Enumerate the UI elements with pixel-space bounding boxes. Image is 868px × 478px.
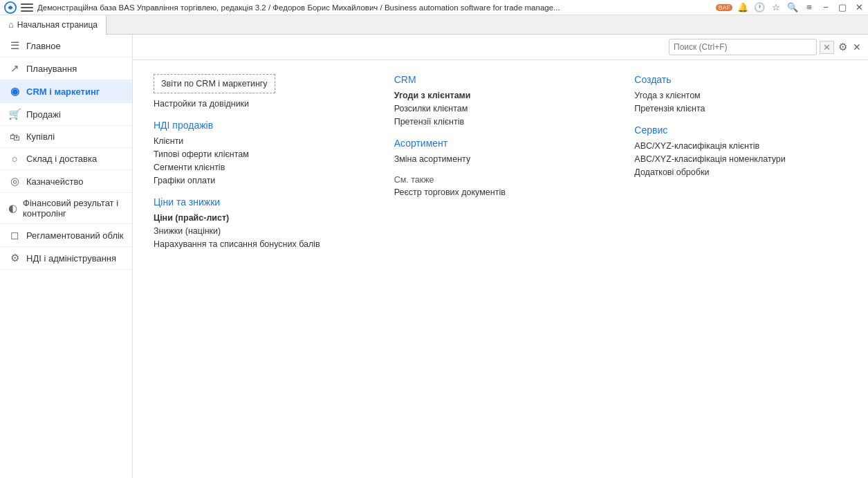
crm-title[interactable]: CRM [394, 74, 607, 85]
content-body: Звіти по CRM і маркетингу Настройки та д… [133, 60, 868, 478]
rozsylky-link[interactable]: Розсилки клієнтам [394, 104, 607, 113]
sidebar-label-finansovyi: Фінансовий результат і контролінг [23, 198, 125, 219]
sidebar-item-kupivli[interactable]: 🛍 Купівлі [0, 126, 132, 148]
sidebar-label-reglam: Регламентований облік [26, 230, 124, 241]
finance-icon: ◐ [8, 202, 17, 214]
grafiky-link[interactable]: Графіки оплати [154, 176, 367, 185]
main-layout: ☰ Главное ↗ Планування ◉ CRM і маркетинг… [0, 35, 868, 478]
content-col2: CRM Угоди з клієнтами Розсилки клієнтам … [394, 74, 607, 260]
search-close-button[interactable]: ✕ [820, 41, 834, 54]
tab-home-label: Начальная страница [17, 20, 98, 30]
sidebar-item-ndi[interactable]: ⚙ НДІ і адміністрування [0, 247, 132, 270]
ugody-link[interactable]: Угоди з клієнтами [394, 91, 607, 100]
content-area: ✕ ⚙ ✕ Звіти по CRM і маркетингу Настройк… [133, 35, 868, 478]
search-wrapper [669, 39, 817, 55]
star-icon[interactable]: ☆ [770, 1, 782, 14]
sidebar-label-glavnoe: Главное [26, 41, 61, 51]
sidebar-label-crm: CRM і маркетинг [26, 86, 100, 97]
typovi-ofertu-link[interactable]: Типові оферти клієнтам [154, 149, 367, 159]
section-stvoryt: Создать Угода з клієнтом Претензія клієн… [634, 74, 847, 113]
stvoryt-title[interactable]: Создать [634, 74, 847, 85]
treasury-icon: ◎ [8, 175, 21, 187]
sidebar-label-prodazhi: Продажі [26, 109, 61, 120]
settings-icon: ⚙ [8, 252, 21, 264]
reyestr-link[interactable]: Реєстр торгових документів [394, 187, 607, 197]
section-ndi-prodazhiv: НДІ продажів Клієнти Типові оферти клієн… [154, 120, 367, 185]
sidebar-item-sklad[interactable]: ○ Склад і доставка [0, 148, 132, 170]
app-title: Демонстраційна база BAS Управління торгі… [37, 3, 716, 12]
dodatkovi-link[interactable]: Додаткові обробки [634, 167, 847, 177]
regul-icon: ◻ [8, 229, 21, 241]
klienty-link[interactable]: Клієнти [154, 136, 367, 146]
zmina-link[interactable]: Зміна асортименту [394, 154, 607, 164]
ndi-prodazhiv-title[interactable]: НДІ продажів [154, 120, 367, 131]
section-zvity: Звіти по CRM і маркетингу Настройки та д… [154, 74, 367, 109]
segmenty-link[interactable]: Сегменти клієнтів [154, 163, 367, 172]
sidebar-label-kupivli: Купівлі [26, 131, 55, 142]
section-tsiny: Ціни та знижки Ціни (прайс-лист) Знижки … [154, 196, 367, 249]
close-window-icon[interactable]: ✕ [853, 1, 865, 14]
minimize-icon[interactable]: − [820, 1, 832, 14]
sidebar-item-reglam[interactable]: ◻ Регламентований облік [0, 224, 132, 247]
warehouse-icon: ○ [8, 153, 21, 165]
crm-icon: ◉ [8, 85, 21, 98]
content-col3: Создать Угода з клієнтом Претензія клієн… [634, 74, 847, 260]
asortyment-title[interactable]: Асортимент [394, 138, 607, 149]
sidebar-item-planuvannya[interactable]: ↗ Планування [0, 57, 132, 80]
sidebar-label-sklad: Склад і доставка [26, 154, 97, 164]
search-bar: ✕ ⚙ ✕ [133, 35, 868, 60]
user-badge[interactable]: BAF [716, 4, 732, 11]
shop-icon: 🛒 [8, 108, 21, 120]
content-col1: Звіти по CRM і маркетингу Настройки та д… [154, 74, 367, 260]
maximize-icon[interactable]: ▢ [836, 1, 849, 14]
tsiny-prays-link[interactable]: Ціни (прайс-лист) [154, 213, 367, 223]
menu-icon: ☰ [8, 39, 21, 52]
menu-top-icon[interactable]: ≡ [803, 1, 815, 14]
pretenzii-klientiv-link[interactable]: Претензії клієнтів [394, 117, 607, 127]
hamburger-icon[interactable] [21, 1, 33, 14]
sidebar-item-prodazhi[interactable]: 🛒 Продажі [0, 103, 132, 126]
top-bar-actions: BAF 🔔 🕐 ☆ 🔍 ≡ − ▢ ✕ [716, 1, 865, 14]
content-grid: Звіти по CRM і маркетингу Настройки та д… [154, 74, 847, 260]
abc-nomenklatury-link[interactable]: ABC/XYZ-класифікація номенклатури [634, 154, 847, 164]
see-also-label: См. также [394, 175, 607, 185]
section-see-also: См. также Реєстр торгових документів [394, 175, 607, 197]
chart-icon: ↗ [8, 62, 21, 75]
pretenziya-link[interactable]: Претензія клієнта [634, 104, 847, 113]
nastroiky-link[interactable]: Настройки та довідники [154, 99, 367, 109]
search-input[interactable] [674, 42, 812, 52]
sidebar-label-kaznacheystvo: Казначейство [26, 176, 83, 187]
search-settings-icon[interactable]: ⚙ [837, 39, 849, 55]
bag-icon: 🛍 [8, 131, 21, 143]
close-search-icon[interactable]: ✕ [851, 40, 862, 54]
ugoda-klientom-link[interactable]: Угода з клієнтом [634, 91, 847, 100]
servis-title[interactable]: Сервис [634, 125, 847, 136]
section-servis: Сервис ABC/XYZ-класифікація клієнтів ABC… [634, 125, 847, 177]
sidebar-item-kaznacheystvo[interactable]: ◎ Казначейство [0, 170, 132, 193]
top-bar: Демонстраційна база BAS Управління торгі… [0, 0, 868, 15]
sidebar-label-planuvannya: Планування [26, 64, 77, 74]
notification-icon[interactable]: 🔔 [737, 1, 749, 14]
znyzhky-link[interactable]: Знижки (націнки) [154, 226, 367, 236]
sidebar-item-crm[interactable]: ◉ CRM і маркетинг [0, 80, 132, 103]
sidebar: ☰ Главное ↗ Планування ◉ CRM і маркетинг… [0, 35, 133, 478]
history-icon[interactable]: 🕐 [753, 1, 766, 14]
abc-klientiv-link[interactable]: ABC/XYZ-класифікація клієнтів [634, 141, 847, 151]
sidebar-item-finansovyi[interactable]: ◐ Фінансовий результат і контролінг [0, 193, 132, 224]
zvity-box-link[interactable]: Звіти по CRM і маркетингу [154, 74, 275, 93]
section-crm: CRM Угоди з клієнтами Розсилки клієнтам … [394, 74, 607, 127]
tab-home[interactable]: ⌂ Начальная страница [0, 15, 107, 35]
sidebar-item-glavnoe[interactable]: ☰ Главное [0, 35, 132, 57]
section-asortyment: Асортимент Зміна асортименту [394, 138, 607, 164]
home-icon: ⌂ [8, 19, 14, 30]
tab-bar: ⌂ Начальная страница [0, 15, 868, 35]
search-top-icon[interactable]: 🔍 [786, 1, 799, 14]
narakhuvannya-link[interactable]: Нарахування та списання бонусних балів [154, 239, 367, 249]
sidebar-label-ndi: НДІ і адміністрування [26, 253, 116, 264]
app-logo [3, 0, 18, 15]
tsiny-title[interactable]: Ціни та знижки [154, 196, 367, 208]
